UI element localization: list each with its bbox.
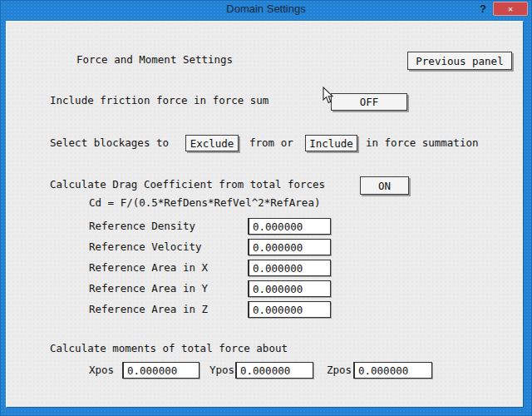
drag-formula-label: Cd = F/(0.5*RefDens*RefVel^2*RefArea) [89, 196, 320, 210]
moments-label: Calculate moments of total force about [50, 342, 288, 355]
ypos-label: Ypos [209, 364, 234, 377]
blockages-suffix-label: in force summation [366, 136, 478, 150]
close-icon: ✕ [508, 4, 513, 13]
exclude-button[interactable]: Exclude [185, 135, 239, 151]
reference-density-input[interactable] [248, 218, 331, 235]
drag-label: Calculate Drag Coefficient from total fo… [50, 178, 325, 191]
drag-toggle-button[interactable]: ON [360, 176, 409, 195]
friction-toggle-button[interactable]: OFF [331, 93, 407, 111]
reference-velocity-input[interactable] [248, 239, 331, 255]
blockages-prefix-label: Select blockages to [50, 136, 169, 150]
reference-area-x-input[interactable] [248, 260, 331, 276]
reference-density-label: Reference Density [89, 220, 195, 233]
domain-settings-window: Domain Settings ? ✕ Force and Moment Set… [0, 0, 532, 416]
help-icon[interactable]: ? [475, 0, 490, 17]
xpos-input[interactable] [122, 362, 200, 379]
close-button[interactable]: ✕ [493, 2, 528, 16]
reference-area-z-label: Reference Area in Z [89, 303, 208, 316]
force-moment-panel: Force and Moment Settings Previous panel… [6, 21, 524, 408]
include-button[interactable]: Include [305, 135, 357, 151]
friction-label: Include friction force in force sum [50, 94, 268, 107]
zpos-label: Zpos [327, 364, 352, 377]
reference-area-y-label: Reference Area in Y [89, 282, 208, 295]
titlebar[interactable]: Domain Settings ? ✕ [0, 0, 532, 18]
window-title: Domain Settings [0, 0, 532, 18]
previous-panel-button[interactable]: Previous panel [407, 52, 512, 70]
reference-area-y-input[interactable] [248, 280, 331, 297]
reference-area-z-input[interactable] [248, 301, 331, 318]
reference-area-x-label: Reference Area in X [89, 261, 208, 275]
ypos-input[interactable] [235, 362, 313, 379]
reference-velocity-label: Reference Velocity [89, 240, 201, 254]
zpos-input[interactable] [353, 362, 432, 379]
blockages-middle-label: from or [249, 136, 293, 150]
panel-heading: Force and Moment Settings [76, 53, 233, 67]
xpos-label: Xpos [89, 364, 114, 377]
